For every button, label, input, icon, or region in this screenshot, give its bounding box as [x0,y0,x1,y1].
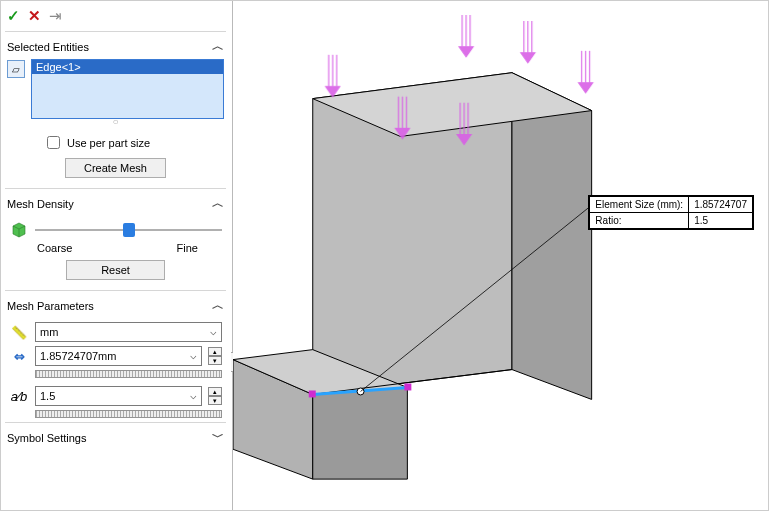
section-mesh-parameters: Mesh Parameters ︿ 📏 mm ⇔ 1.85724707mm ▴▾… [5,290,226,422]
section-title: Mesh Density [7,198,74,210]
edge-endpoint-icon [309,390,316,397]
unit-dropdown[interactable]: mm [35,322,222,342]
section-title: Mesh Parameters [7,300,94,312]
svg-marker-1 [512,73,592,400]
entity-filter-icon[interactable]: ▱ [7,60,25,78]
size-scale-icon[interactable] [35,370,222,378]
element-size-icon: ⇔ [9,349,29,364]
section-title: Selected Entities [7,41,89,53]
density-slider[interactable] [35,221,222,239]
model-view[interactable] [233,1,768,510]
ratio-icon: a⁄b [9,389,29,404]
per-part-checkbox[interactable] [47,136,60,149]
ratio-spinner[interactable]: ▴▾ [208,387,222,405]
section-mesh-density: Mesh Density ︿ Coarse Fine Reset [5,188,226,290]
cancel-button[interactable]: ✕ [28,7,41,25]
chevron-up-icon: ︿ [212,297,224,314]
callout-ratio-label: Ratio: [590,213,689,229]
section-header-symbol[interactable]: Symbol Settings ﹀ [7,429,224,450]
confirm-bar: ✓ ✕ ⇥ [5,5,226,31]
spin-up[interactable]: ▴ [208,387,222,396]
svg-marker-16 [459,47,473,57]
chevron-up-icon: ︿ [212,195,224,212]
per-part-label: Use per part size [67,137,150,149]
section-header-params[interactable]: Mesh Parameters ︿ [7,297,224,318]
element-size-input[interactable]: 1.85724707mm [35,346,202,366]
reset-button[interactable]: Reset [66,260,165,280]
pin-button[interactable]: ⇥ [49,7,62,25]
entity-list[interactable]: Edge<1> [31,59,224,119]
svg-marker-5 [313,387,408,479]
graphics-viewport[interactable]: Element Size (mm): 1.85724707 Ratio: 1.5 [233,1,768,510]
spin-down[interactable]: ▾ [208,356,222,365]
callout-size-label: Element Size (mm): [590,197,689,213]
callout-size-value[interactable]: 1.85724707 [689,197,753,213]
fine-label: Fine [177,242,198,254]
spin-down[interactable]: ▾ [208,396,222,405]
section-title: Symbol Settings [7,432,86,444]
mesh-cube-icon [9,220,29,240]
ratio-input[interactable]: 1.5 [35,386,202,406]
list-item[interactable]: Edge<1> [32,60,223,74]
svg-marker-24 [579,83,593,93]
spin-up[interactable]: ▴ [208,347,222,356]
coarse-label: Coarse [37,242,72,254]
section-header-density[interactable]: Mesh Density ︿ [7,195,224,216]
section-header-entities[interactable]: Selected Entities ︿ [7,38,224,59]
callout-ratio-value[interactable]: 1.5 [689,213,753,229]
svg-marker-20 [521,53,535,63]
slider-thumb[interactable] [123,223,135,237]
ok-button[interactable]: ✓ [7,7,20,25]
edge-endpoint-icon [404,383,411,390]
chevron-up-icon: ︿ [212,38,224,55]
create-mesh-button[interactable]: Create Mesh [65,158,166,178]
chevron-down-icon: ﹀ [212,429,224,446]
ratio-scale-icon[interactable] [35,410,222,418]
property-panel: ✓ ✕ ⇥ Selected Entities ︿ ▱ Edge<1> ○ Us… [1,1,233,510]
section-selected-entities: Selected Entities ︿ ▱ Edge<1> ○ Use per … [5,31,226,188]
ruler-icon: 📏 [9,325,29,340]
size-spinner[interactable]: ▴▾ [208,347,222,365]
mesh-control-callout[interactable]: Element Size (mm): 1.85724707 Ratio: 1.5 [588,195,754,230]
section-symbol-settings: Symbol Settings ﹀ [5,422,226,470]
